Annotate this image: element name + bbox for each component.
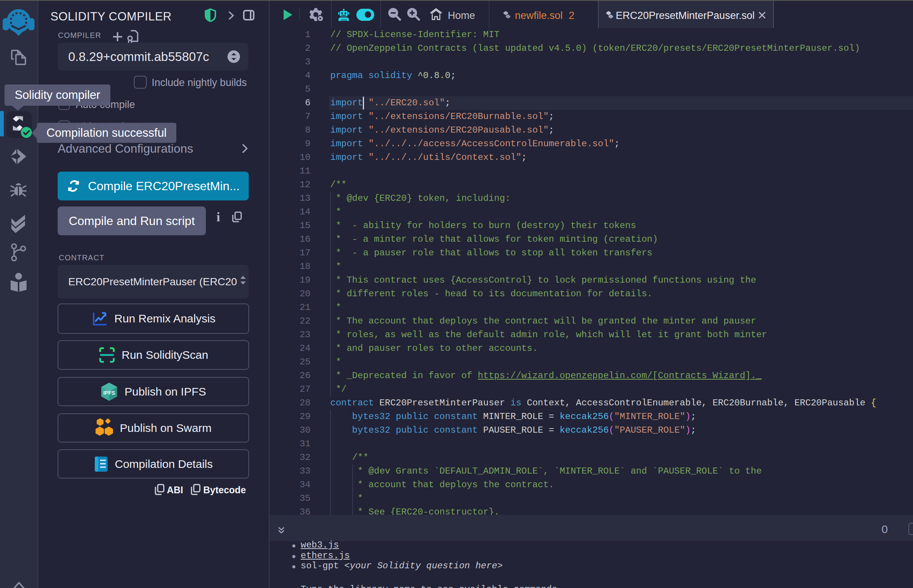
svg-text:IPFS: IPFS — [104, 390, 115, 396]
